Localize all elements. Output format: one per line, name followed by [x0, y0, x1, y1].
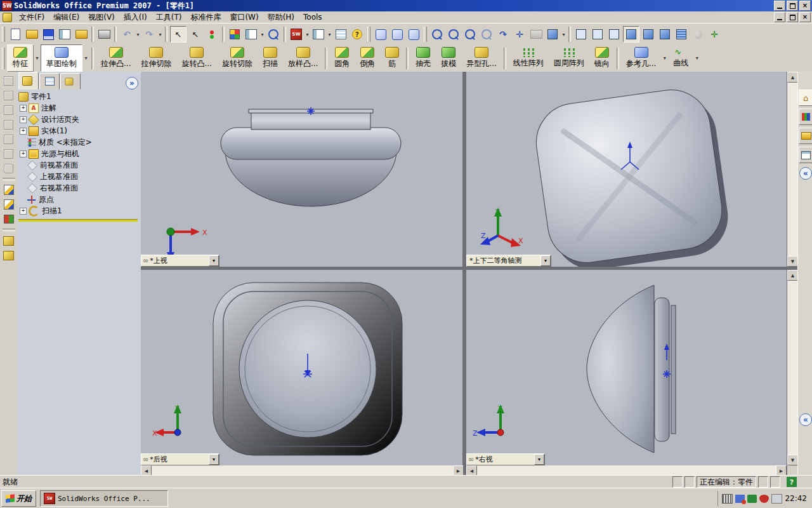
draft-button[interactable]: 拔模 — [436, 44, 461, 72]
scroll-down-icon[interactable]: ▼ — [787, 455, 798, 465]
sketch-tab-button[interactable]: 草图绘制 — [41, 44, 82, 72]
hidden-lines-visible-button[interactable] — [590, 27, 605, 42]
view-label-back[interactable]: ∞ *后视 ▾ — [141, 453, 219, 465]
view-isometric-button[interactable] — [2, 162, 16, 175]
task-pane-collapse-chevron[interactable]: « — [799, 167, 812, 180]
zoom-fit-button[interactable] — [429, 27, 445, 42]
viewport-layout-button[interactable] — [311, 27, 326, 42]
task-pane-collapse-chevron-2[interactable]: « — [799, 413, 812, 426]
make-assembly-button[interactable] — [74, 27, 89, 42]
menu-toolbox[interactable]: 标准件库 — [186, 11, 225, 23]
viewport-top[interactable]: X Z ∞ *上视 ▾ — [141, 72, 462, 267]
doc-restore-button[interactable] — [787, 12, 798, 22]
doc-minimize-button[interactable] — [774, 12, 785, 22]
propertymanager-tab[interactable] — [39, 73, 60, 90]
tree-item-right-plane[interactable]: 右视基准面 — [17, 182, 141, 194]
undo-dropdown[interactable]: ▾ — [135, 27, 141, 42]
sweep-button[interactable]: 扫描 — [258, 44, 283, 72]
rib-button[interactable]: 筋 — [380, 44, 404, 72]
tool-spiral-button[interactable] — [406, 27, 421, 42]
magnifier-tray-icon[interactable] — [747, 495, 757, 503]
viewport-right[interactable]: Y Z ∞ *右视 ▾ — [466, 270, 787, 465]
tool-dimension-button[interactable] — [390, 27, 405, 42]
tree-item-origin[interactable]: 原点 — [17, 194, 141, 205]
view-label-dropdown[interactable]: ▾ — [540, 255, 551, 266]
shaded-button[interactable] — [641, 27, 656, 42]
perspective-button[interactable] — [690, 27, 705, 42]
display-pane-button[interactable] — [333, 27, 348, 42]
viewport-isometric[interactable]: Y X Z *上下二等角轴测 ▾ — [466, 72, 787, 267]
toolbar-grip[interactable] — [367, 27, 370, 42]
view-label-top[interactable]: ∞ *上视 ▾ — [141, 255, 219, 267]
toolbar-grip[interactable] — [424, 27, 427, 42]
scroll-up-icon[interactable]: ▲ — [787, 72, 798, 83]
sketch-dropdown[interactable]: ▾ — [82, 44, 89, 72]
extrude-boss-button[interactable]: 拉伸凸... — [96, 44, 136, 72]
mirror-button[interactable]: 镜向 — [589, 44, 615, 72]
viewport-layout-dropdown[interactable]: ▾ — [327, 27, 332, 42]
dimension-tool-button[interactable] — [2, 198, 16, 211]
menu-file[interactable]: 文件(F) — [15, 11, 49, 23]
extrude-cut-button[interactable]: 拉伸切除 — [136, 44, 176, 72]
select-button[interactable]: ↖ — [170, 26, 187, 43]
solidworks-menu-button[interactable]: SW — [289, 27, 304, 42]
menu-help[interactable]: 帮助(H) — [263, 11, 299, 23]
tree-item-annotations[interactable]: + A 注解 — [17, 102, 141, 114]
shell-button[interactable]: 抽壳 — [410, 44, 436, 72]
featuremanager-tab[interactable] — [18, 72, 39, 90]
expand-toggle[interactable]: + — [20, 105, 27, 112]
rotate-view-button[interactable]: ↷ — [495, 27, 511, 42]
pan-button[interactable]: ✛ — [512, 27, 527, 42]
security-shield-icon[interactable] — [759, 495, 769, 503]
view-label-right[interactable]: ∞ *右视 ▾ — [466, 453, 545, 465]
circular-pattern-button[interactable]: 圆周阵列 — [549, 44, 589, 72]
doc-close-button[interactable]: × — [799, 12, 811, 22]
restore-button[interactable] — [787, 1, 798, 11]
scroll-down-icon[interactable]: ▼ — [787, 256, 798, 267]
hidden-lines-removed-button[interactable] — [606, 27, 622, 42]
view-orientation-button[interactable] — [545, 27, 560, 42]
tree-item-design-binder[interactable]: + 设计活页夹 — [17, 114, 141, 125]
menu-view[interactable]: 视图(V) — [84, 11, 119, 23]
taskbar-task-solidworks[interactable]: SW SolidWorks Office P... — [40, 490, 168, 507]
scene-dropdown[interactable]: ▾ — [259, 27, 265, 42]
open-button[interactable] — [24, 27, 39, 42]
rotate-disabled-button[interactable] — [528, 27, 544, 42]
loft-button[interactable]: 放样凸... — [283, 44, 323, 72]
expand-toggle[interactable]: + — [20, 208, 27, 215]
solidworks-menu-dropdown[interactable]: ▾ — [304, 27, 310, 42]
view-label-dropdown[interactable]: ▾ — [534, 454, 544, 465]
new-document-button[interactable] — [8, 27, 23, 42]
shadows-button[interactable] — [657, 27, 672, 42]
close-button[interactable]: × — [799, 1, 811, 11]
shaded-with-edges-button[interactable] — [623, 26, 639, 43]
scroll-up-icon[interactable]: ▲ — [787, 270, 798, 281]
view-bottom-button[interactable] — [2, 147, 16, 160]
move-size-button[interactable]: ✛ — [707, 27, 722, 42]
tool-anchor-button[interactable] — [373, 27, 388, 42]
rebuild-button[interactable] — [204, 27, 219, 42]
features-dropdown[interactable]: ▾ — [34, 44, 41, 72]
undo-button[interactable]: ↶ — [119, 27, 134, 42]
expand-toggle[interactable]: + — [20, 116, 27, 123]
rollback-bar[interactable] — [18, 219, 138, 222]
tree-item-front-plane[interactable]: 前视基准面 — [17, 159, 141, 171]
toolbar-grip[interactable] — [2, 48, 5, 69]
menu-tools[interactable]: 工具(T) — [152, 11, 187, 23]
tree-item-top-plane[interactable]: 上视基准面 — [17, 171, 141, 182]
view-back-button[interactable] — [2, 89, 16, 102]
expand-toggle[interactable]: + — [20, 150, 27, 157]
tree-item-lights-cameras[interactable]: + 光源与相机 — [17, 148, 141, 159]
save-button[interactable] — [41, 27, 56, 42]
print-button[interactable] — [96, 27, 112, 42]
solidworks-resources-tab[interactable] — [799, 109, 812, 125]
tree-root[interactable]: 零件1 — [17, 91, 141, 102]
view-right-button[interactable] — [2, 118, 16, 131]
expand-toggle[interactable]: + — [20, 128, 27, 135]
v-scrollbar-bottom-pane[interactable]: ▲ ▼ — [787, 270, 797, 465]
minimize-button[interactable] — [774, 1, 785, 11]
quick-tips-help-icon[interactable]: ? — [787, 477, 797, 487]
start-button[interactable]: 开始 — [1, 490, 36, 507]
wireframe-button[interactable] — [573, 27, 589, 42]
view-left-button[interactable] — [2, 104, 16, 116]
